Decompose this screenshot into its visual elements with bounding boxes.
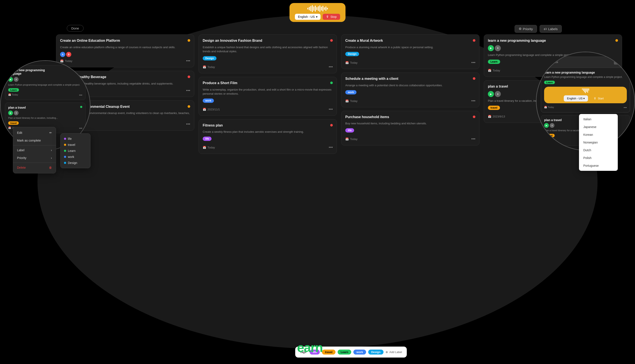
more-options-button[interactable]: ••• [186,88,190,93]
start-button[interactable]: 🎙 Start [590,96,607,101]
tag-pill-travel[interactable]: travel [322,350,336,354]
label-item-life[interactable]: life [64,136,87,142]
label-item-design[interactable]: Design [64,160,87,166]
more-options-button[interactable]: ••• [329,107,333,112]
play-icon: ▶ [488,91,494,97]
zoom-card-title: learn a new programminglanguage [8,68,45,75]
column-3: Create a Mural Artwork Produce a stunnin… [341,34,480,154]
dl-icon: ⬇ [550,123,554,128]
add-label-button[interactable]: ⊕ Add Label [385,350,402,354]
right-zoom-card-date: 📅 Today [544,106,554,109]
zoom-card-desc: Learn Python programming language and co… [8,84,82,86]
stop-button[interactable]: 🎙 Stop [323,14,340,20]
chevron-down-icon: ▾ [316,15,317,18]
label-dot [64,144,66,146]
mic-off-icon: 🎙 [326,15,329,18]
zoom-more-button[interactable]: ••• [79,93,82,97]
chevron-right-icon: › [51,148,52,152]
task-title: Fitness plan [203,123,330,128]
label-submenu: life travel Learn work Design [60,134,90,168]
tag-pill-design[interactable]: Design [368,350,383,354]
calendar-icon: 📅 [345,100,349,102]
context-menu-edit[interactable]: Edit ✏ [13,129,56,136]
context-menu-mark-complete[interactable]: Mark as complete [13,136,56,144]
task-description: Establish a unique fashion brand that de… [203,45,333,54]
inner-language-select-button[interactable]: English - US ▾ [564,95,588,102]
more-options-button[interactable]: ••• [471,137,475,141]
done-button[interactable]: Done [67,25,84,32]
label-item-travel[interactable]: travel [64,142,87,148]
task-date: 📅 2023/9/13 [488,115,505,118]
tag-pill-work[interactable]: work [353,350,366,354]
label-dot [64,156,66,158]
zoom-card-date: 📅 Today [8,93,18,97]
task-card: Produce a Short Film Write a screenplay,… [198,77,337,116]
avatar: A [60,52,65,57]
lang-item-japanese[interactable]: Japanese [579,123,618,131]
context-menu-label[interactable]: Label › [13,146,56,154]
close-button[interactable]: ✕ [614,60,619,64]
chevron-down-icon: ▾ [583,97,585,100]
task-title: Design an Innovative Fashion Brand [203,38,330,43]
zoom-card-tag: Learn [8,88,19,92]
task-tag: Design [203,56,217,60]
right-zoom-card2-title: plan a travel [544,118,562,122]
more-options-button[interactable]: ••• [329,65,333,69]
right-zoom-card-title: learn a new programming language [544,71,627,74]
language-dropdown: Italian Japanese Korean Norwegian Dutch … [579,114,618,171]
task-title: Purchase household items [345,115,473,120]
priority-filter-button[interactable]: ⚙ Priority [515,25,537,33]
task-tag: Design [345,52,359,56]
task-avatars: A B [60,52,190,57]
task-card: Fitness plan Create a weekly fitness pla… [198,119,337,154]
task-status-dot [473,116,475,118]
labels-filter-button[interactable]: 🏷 Labels [540,25,562,33]
task-status-dot [188,105,190,108]
lang-item-polish[interactable]: Polish [579,154,618,162]
task-date: 📅 2023/11/1 [203,108,220,111]
zoom-card2-desc: Plan a travel itinerary for a vacation, … [8,116,82,119]
task-card: Create a Mural Artwork Produce a stunnin… [341,34,480,69]
label-item-learn[interactable]: Learn [64,148,87,154]
lang-item-norwegian[interactable]: Norwegian [579,138,618,146]
right-zoom-more-button[interactable]: ••• [623,106,627,109]
right-zoom-card2-tag: travel [544,134,555,137]
task-status-dot [330,39,333,42]
task-status-dot [473,77,475,80]
lang-item-italian[interactable]: Italian [579,115,618,123]
more-options-button[interactable]: ••• [186,59,190,63]
zoom-more-button2[interactable]: ••• [79,126,82,130]
task-card: Schedule a meeting with a client Arrange… [341,72,480,107]
user-avatar: U [620,59,627,66]
more-options-button[interactable]: ••• [329,145,333,150]
task-title: learn a new programming language [488,38,615,43]
more-options-button[interactable]: ••• [186,122,190,126]
label-item-work[interactable]: work [64,154,87,160]
lang-item-korean[interactable]: Korean [579,131,618,138]
context-menu-delete[interactable]: Delete 🗑 [13,164,56,172]
task-title: Produce a Short Film [203,81,330,86]
language-select-button[interactable]: English - US ▾ [295,14,321,20]
task-date: 📅 Today [345,61,358,64]
download-icon: ⬇ [495,45,501,51]
task-status-dot [473,39,475,42]
zoom-card2-title: plan a travel [8,106,26,109]
more-options-button[interactable]: ••• [471,60,475,65]
edit-icon: ✏ [49,131,52,134]
language-select-label: English - US [298,15,315,18]
calendar-icon: 📅 [488,69,491,72]
label-dot [64,138,66,140]
zoom-more-button3[interactable]: ••• [623,139,627,142]
zoom-dot2 [80,106,82,108]
right-zoom-card-desc: Learn Python programming language and co… [544,76,627,78]
lang-item-portuguese[interactable]: Portuguese [579,162,618,170]
calendar-icon: 📅 [203,108,206,111]
task-date: 📅 Today [488,69,500,72]
context-menu-priority[interactable]: Priority › [13,154,56,162]
more-options-button[interactable]: ••• [471,99,475,103]
tag-pill-learn[interactable]: Learn [338,350,351,354]
label-dot [64,150,66,152]
lang-item-dutch[interactable]: Dutch [579,146,618,154]
calendar-icon: 📅 [345,138,349,141]
task-tag: work [203,98,214,103]
